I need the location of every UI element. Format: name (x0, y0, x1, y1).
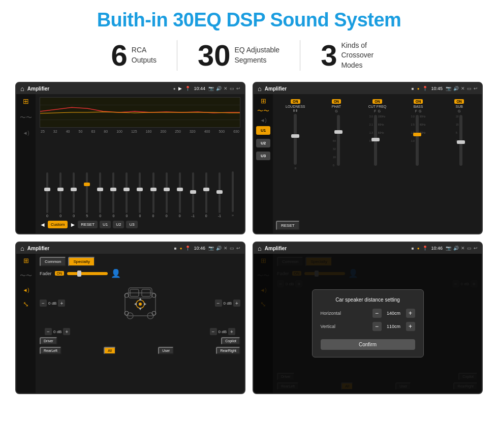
back-icon[interactable]: ↩ (236, 86, 240, 91)
eq-filter-icon-s2[interactable]: ⊞ (261, 97, 266, 105)
camera-icon-s4: 📷 (446, 246, 451, 251)
screen-amp: ⌂ Amplifier ■ ● 📍 10:45 📷 🔊 ✕ ▭ ↩ ⊞ 〜〜 (253, 82, 483, 234)
driver-btn[interactable]: Driver (40, 337, 57, 345)
close-icon[interactable]: ✕ (224, 86, 228, 91)
home-icon-s2[interactable]: ⌂ (258, 85, 262, 93)
tab-common[interactable]: Common (40, 257, 66, 266)
eq-slider-9[interactable]: 0 (147, 172, 160, 218)
location-icon-s2: 📍 (422, 86, 428, 91)
vertical-plus-btn[interactable]: + (406, 322, 415, 331)
eq-slider-8[interactable]: 0 (133, 172, 146, 218)
stat-number-3: 3 (321, 41, 337, 70)
vertical-minus-btn[interactable]: − (372, 322, 382, 331)
vertical-value: 110cm (384, 324, 404, 329)
speaker-icon-s3[interactable]: ◄) (22, 287, 29, 293)
stat-desc-rca: RCA Outputs (132, 45, 157, 65)
minimize-icon-s4[interactable]: ▭ (467, 246, 472, 251)
eq-slider-14[interactable]: -1 (213, 172, 226, 218)
screen-fader: ⌂ Amplifier ■ ● 📍 10:46 📷 🔊 ✕ ▭ ↩ ⊞ 〜〜 (15, 242, 245, 394)
preset-u3[interactable]: U3 (256, 152, 270, 160)
volume-icon-s4: 🔊 (453, 246, 459, 251)
home-icon-s3[interactable]: ⌂ (20, 245, 24, 252)
play-icon[interactable]: ▶ (178, 86, 182, 91)
svg-marker-13 (134, 303, 137, 306)
minimize-icon-s3[interactable]: ▭ (230, 246, 234, 251)
distance-dialog: Car speaker distance setting Horizontal … (312, 289, 424, 357)
u3-btn[interactable]: U3 (126, 221, 137, 228)
close-icon-s2[interactable]: ✕ (461, 86, 465, 91)
screen-eq: ⌂ Amplifier ● ▶ 📍 10:44 📷 🔊 ✕ ▭ ↩ ⊞ 〜〜 (15, 82, 245, 234)
svg-marker-14 (144, 303, 146, 306)
db-control-fr[interactable]: − 0 dB + (215, 300, 240, 307)
eq-slider-6[interactable]: 0 (107, 172, 120, 218)
wave-icon[interactable]: 〜〜 (20, 113, 32, 122)
custom-btn[interactable]: Custom (48, 221, 68, 228)
rearleft-btn[interactable]: RearLeft (40, 347, 61, 354)
all-btn[interactable]: All (104, 347, 116, 354)
screen4-title: Amplifier (265, 246, 409, 251)
eq-slider-5[interactable]: 0 (94, 172, 107, 218)
back-icon-s3[interactable]: ↩ (236, 246, 240, 251)
eq-slider-4[interactable]: 5 (80, 172, 94, 218)
eq-slider-11[interactable]: 0 (173, 172, 186, 218)
close-icon-s4[interactable]: ✕ (461, 246, 465, 251)
eq-slider-15[interactable]: » (226, 171, 239, 218)
screen1-time: 10:44 (194, 86, 205, 91)
eq-filter-icon-s3[interactable]: ⊞ (23, 257, 29, 264)
preset-u1[interactable]: U1 (256, 126, 270, 135)
db-control-fl[interactable]: − 0 dB + (40, 300, 65, 307)
user-btn[interactable]: User (158, 347, 174, 354)
next-btn[interactable]: ► (70, 221, 76, 228)
horizontal-minus-btn[interactable]: − (372, 309, 382, 318)
minimize-icon[interactable]: ▭ (230, 86, 234, 91)
eq-slider-3[interactable]: 0 (67, 172, 80, 218)
prev-btn[interactable]: ◄ (40, 221, 46, 228)
dialog-title: Car speaker distance setting (321, 297, 415, 303)
back-icon-s2[interactable]: ↩ (474, 86, 478, 91)
eq-slider-2[interactable]: 0 (54, 172, 67, 218)
screen2-time: 10:45 (431, 86, 443, 91)
eq-slider-10[interactable]: 0 (160, 172, 173, 218)
eq-filter-icon[interactable]: ⊞ (23, 97, 29, 105)
copilot-btn[interactable]: Copilot (221, 337, 240, 345)
back-icon-s4[interactable]: ↩ (474, 246, 478, 251)
screen2-title: Amplifier (265, 86, 409, 92)
eq-slider-7[interactable]: 0 (120, 172, 133, 218)
eq-slider-12[interactable]: -1 (186, 172, 200, 218)
expand-icon-s3[interactable]: ⤡ (23, 300, 29, 308)
horizontal-value: 140cm (384, 311, 404, 316)
screen1-title: Amplifier (27, 86, 170, 92)
eq-slider-1[interactable]: 0 (41, 172, 54, 218)
wave-icon-s2[interactable]: 〜〜 (257, 107, 269, 115)
dialog-overlay: Car speaker distance setting Horizontal … (254, 254, 482, 393)
fader-slider[interactable] (67, 272, 108, 275)
stat-number-6: 6 (111, 41, 128, 70)
db-control-rr[interactable]: − 0 dB + (210, 328, 235, 335)
home-icon-s4[interactable]: ⌂ (258, 245, 262, 252)
tab-specialty[interactable]: Specialty (68, 257, 95, 266)
reset-btn-s2[interactable]: RESET (276, 221, 300, 230)
stat-crossover: 3 Kinds of Crossover Modes (300, 41, 407, 71)
u1-btn[interactable]: U1 (100, 221, 111, 228)
svg-marker-12 (139, 308, 142, 310)
reset-btn[interactable]: RESET (78, 221, 98, 228)
camera-icon-s3: 📷 (208, 246, 214, 251)
horizontal-plus-btn[interactable]: + (406, 309, 415, 318)
wave-icon-s3[interactable]: 〜〜 (20, 272, 32, 280)
speaker-l-icon[interactable]: ◄) (22, 130, 29, 136)
minimize-icon-s2[interactable]: ▭ (467, 86, 472, 91)
db-control-rl[interactable]: − 0 dB + (45, 328, 70, 335)
close-icon-s3[interactable]: ✕ (224, 246, 228, 251)
screenshots-grid: ⌂ Amplifier ● ▶ 📍 10:44 📷 🔊 ✕ ▭ ↩ ⊞ 〜〜 (15, 82, 483, 394)
home-icon[interactable]: ⌂ (20, 85, 24, 93)
u2-btn[interactable]: U2 (113, 221, 124, 228)
svg-point-10 (139, 303, 142, 306)
location-icon: 📍 (185, 86, 191, 91)
screen-dialog: ⌂ Amplifier ■ ● 📍 10:46 📷 🔊 ✕ ▭ ↩ ⊞ 〜 (253, 242, 483, 394)
stat-desc-eq: EQ Adjustable Segments (234, 45, 279, 65)
eq-slider-13[interactable]: 0 (200, 172, 213, 218)
preset-u2[interactable]: U2 (256, 139, 270, 147)
confirm-button[interactable]: Confirm (321, 339, 415, 350)
rearright-btn[interactable]: RearRight (216, 347, 240, 354)
speaker-icon-s2[interactable]: ◄) (260, 117, 266, 123)
